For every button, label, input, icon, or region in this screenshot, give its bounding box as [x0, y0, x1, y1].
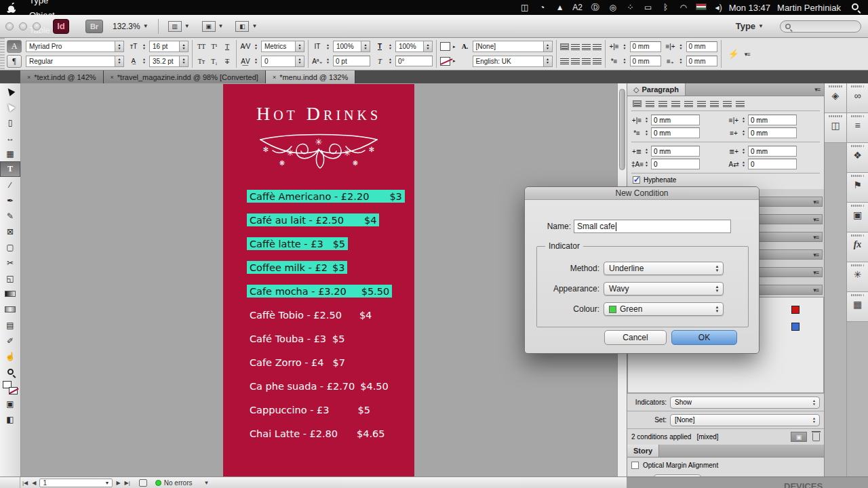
tracking-stepper[interactable]: ▲▼ — [253, 58, 259, 64]
para-field-3-stepper[interactable]: ▲▼ — [741, 129, 747, 136]
vertical-scale-field[interactable]: 100%▲▼ — [333, 41, 370, 52]
scissors-tool[interactable]: ✂ — [0, 255, 20, 270]
hungarian-flag-icon[interactable] — [694, 3, 709, 12]
tab-close-icon[interactable]: × — [27, 74, 31, 81]
subscript-button[interactable]: T₁ — [209, 56, 220, 66]
kerning-stepper[interactable]: ▲▼ — [253, 43, 259, 50]
appearance-select[interactable]: Wavy▲▼ — [604, 282, 724, 296]
tab-paragraph[interactable]: ◇Paragraph — [627, 83, 686, 96]
font-size-stepper[interactable]: ▲▼ — [141, 43, 147, 50]
para-field-6-field[interactable]: 0 — [651, 159, 700, 169]
left-indent-stepper[interactable]: ▲▼ — [622, 43, 628, 50]
tool-stroke-swatch[interactable] — [9, 387, 18, 394]
window-zoom-button[interactable] — [33, 22, 41, 30]
para-field-3-field[interactable]: 0 mm — [748, 127, 797, 138]
paragraph-panel-menu-icon[interactable]: ▾≡ — [814, 86, 824, 93]
gdrive-icon[interactable]: ▲ — [553, 3, 568, 12]
skew-field[interactable]: 0° — [395, 56, 433, 66]
page-number-field[interactable]: 1 ▼ — [39, 479, 113, 487]
font-family-select[interactable]: Myriad Pro▲▼ — [26, 41, 124, 52]
indicators-select[interactable]: Show▲▼ — [670, 396, 820, 409]
document-tab[interactable]: ×*text.indd @ 142% — [20, 70, 104, 83]
links-panel-icon[interactable]: ∞ — [847, 83, 868, 113]
baseline-shift-field[interactable]: 0 pt — [333, 56, 370, 66]
gradient-tool[interactable] — [0, 286, 20, 302]
pathfinder-panel-icon[interactable]: ❖ — [847, 143, 868, 173]
baseline-shift-stepper[interactable]: ▲▼ — [325, 58, 331, 64]
last-page-button[interactable]: ▶| — [123, 480, 132, 486]
normal-mode-button[interactable]: ▣ — [0, 396, 20, 411]
para-field-5-field[interactable]: 0 mm — [748, 146, 797, 157]
zoom-tool[interactable] — [0, 364, 20, 380]
screen-mode-menu-button[interactable]: ▣ ▼ — [202, 21, 224, 32]
last-line-indent-stepper[interactable]: ▲▼ — [678, 58, 684, 64]
leading-stepper[interactable]: ▲▼ — [141, 58, 147, 64]
view-options-button[interactable]: ▥ ▼ — [168, 21, 190, 32]
layers-panel-icon[interactable]: ◈ — [825, 83, 846, 113]
paragraph-align-button-6[interactable] — [710, 100, 719, 107]
direct-selection-tool[interactable] — [0, 99, 20, 115]
underline-button[interactable]: T — [222, 41, 233, 52]
para-field-1-stepper[interactable]: ▲▼ — [741, 117, 747, 123]
align-button-3[interactable] — [593, 43, 601, 50]
leading-field[interactable]: 35.2 pt▲▼ — [149, 56, 189, 67]
document-page[interactable]: Hot Drinks ✳✳✳ ✻✻ ❋❋ Caffè Americano - £… — [223, 84, 414, 476]
method-select[interactable]: Underline▲▼ — [604, 262, 724, 275]
set-select[interactable]: [None]▲▼ — [670, 414, 820, 426]
font-style-select[interactable]: Regular▲▼ — [26, 56, 124, 67]
spotlight-icon[interactable] — [848, 3, 863, 12]
paragraph-align-button-2[interactable] — [658, 100, 667, 107]
new-condition-button[interactable]: ▣ — [791, 432, 807, 442]
screen-mode-button[interactable]: ◧ — [0, 411, 20, 427]
para-field-2-field[interactable]: 0 mm — [651, 127, 700, 138]
justify-button-0[interactable] — [560, 58, 569, 64]
paragraph-align-button-4[interactable] — [684, 100, 693, 107]
volume-icon[interactable]: ◂) — [711, 3, 726, 12]
fill-swatch[interactable] — [440, 42, 450, 51]
document-tab[interactable]: ×*menu.indd @ 132% — [266, 70, 355, 83]
dots-icon[interactable]: ⁘ — [623, 3, 638, 12]
window-close-button[interactable] — [5, 22, 14, 30]
quick-apply-icon[interactable]: ⚡ — [728, 49, 739, 59]
horizontal-scale-field[interactable]: 100%▲▼ — [395, 41, 433, 52]
selection-tool[interactable] — [0, 83, 20, 99]
dialog-title[interactable]: New Condition — [525, 187, 759, 200]
para-field-0-field[interactable]: 0 mm — [651, 115, 700, 125]
paragraph-formatting-button[interactable]: ¶ — [7, 55, 22, 68]
workspace-switcher[interactable]: Type ▼ — [736, 21, 764, 31]
cc-libraries-panel-icon[interactable]: ✳ — [847, 262, 868, 292]
stroke-flyout-icon[interactable]: ▸ — [453, 58, 456, 64]
panel-menu-icon[interactable]: ▾≡ — [813, 269, 818, 276]
first-line-indent-stepper[interactable]: ▲▼ — [622, 58, 628, 64]
creative-cloud-icon[interactable]: ◎ — [606, 3, 620, 12]
align-button-2[interactable] — [582, 43, 591, 50]
para-field-6-stepper[interactable]: ▲▼ — [644, 161, 650, 167]
delete-condition-icon[interactable] — [812, 433, 820, 441]
panel-menu-icon[interactable]: ▾≡ — [813, 234, 818, 241]
menubar-item-type[interactable]: Type — [22, 0, 73, 7]
paragraph-align-button-0[interactable] — [633, 100, 642, 107]
preflight-icon[interactable] — [139, 479, 147, 487]
bluetooth-icon[interactable]: ᛒ — [658, 3, 673, 12]
fill-stroke-widget[interactable] — [3, 381, 18, 394]
justify-button-3[interactable] — [593, 58, 601, 64]
skew-stepper[interactable]: ▲▼ — [387, 58, 393, 64]
para-field-7-stepper[interactable]: ▲▼ — [741, 161, 747, 167]
vertical-scale-stepper[interactable]: ▲▼ — [325, 43, 331, 50]
line-tool[interactable]: ∕ — [0, 177, 20, 192]
rectangle-tool[interactable]: ▢ — [0, 239, 20, 255]
hand-tool[interactable]: ☝ — [0, 348, 20, 364]
character-style-select[interactable]: [None]▲▼ — [473, 41, 553, 52]
paragraph-align-button-3[interactable] — [671, 100, 680, 107]
type-tool[interactable]: T — [0, 161, 20, 177]
display-icon[interactable]: ▭ — [641, 3, 656, 12]
adobe-apps-icon[interactable]: A2 — [570, 3, 585, 12]
para-field-4-field[interactable]: 0 mm — [651, 146, 700, 157]
kerning-field[interactable]: Metrics▲▼ — [261, 41, 304, 52]
para-field-7-field[interactable]: 0 — [748, 159, 797, 169]
para-field-1-field[interactable]: 0 mm — [748, 115, 797, 125]
ok-button[interactable]: OK — [671, 330, 737, 345]
last-line-indent-field[interactable]: 0 mm — [686, 56, 717, 66]
paragraph-align-button-8[interactable] — [736, 100, 745, 107]
gap-tool[interactable]: ↔ — [0, 130, 20, 146]
